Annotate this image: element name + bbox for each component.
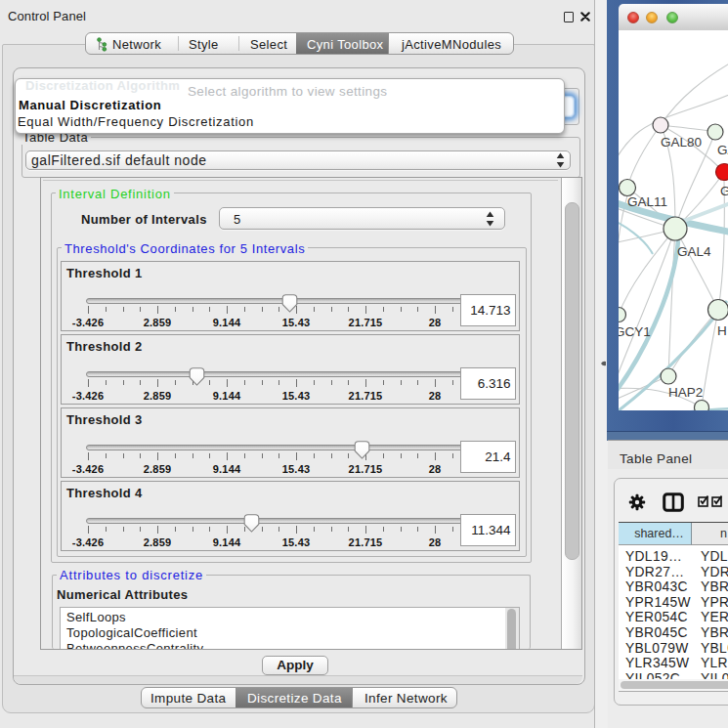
svg-text:H: H (717, 323, 727, 338)
svg-text:HAP2: HAP2 (668, 385, 703, 400)
svg-text:GAL4: GAL4 (677, 244, 711, 259)
svg-text:GAL11: GAL11 (627, 194, 667, 209)
svg-text:GCY1: GCY1 (619, 324, 651, 339)
svg-text:G: G (720, 184, 728, 198)
svg-text:GAL80: GAL80 (661, 135, 702, 150)
svg-text:GA: GA (717, 143, 728, 157)
